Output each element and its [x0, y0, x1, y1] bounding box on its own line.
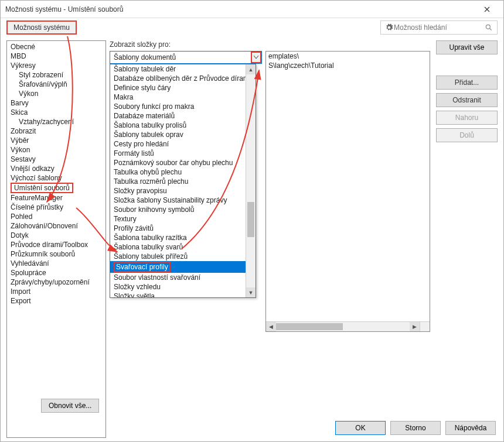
sidebar-item[interactable]: Výkon [7, 89, 105, 98]
dropdown-item[interactable]: Definice stylu čáry [110, 83, 256, 92]
sidebar-item[interactable]: Výběr [7, 136, 105, 145]
window-title: Možnosti systému - Umístění souborů [5, 5, 475, 13]
dropdown-scrollbar[interactable]: ▲ ▼ [246, 64, 256, 297]
edit-all-button[interactable]: Upravit vše [436, 40, 498, 54]
sidebar-item[interactable]: Vztahy/zachycení [7, 117, 105, 126]
sidebar-item[interactable]: Vyhledávání [7, 259, 105, 268]
sidebar-item[interactable]: Dotyk [7, 231, 105, 240]
sidebar-item[interactable]: Umístění souborů [11, 183, 73, 193]
sidebar-item[interactable]: Šrafování/výplň [7, 80, 105, 89]
search-icon [484, 23, 493, 32]
sidebar-item[interactable]: Skica [7, 108, 105, 117]
sidebar-item[interactable]: Zobrazit [7, 126, 105, 136]
svg-point-0 [486, 25, 490, 29]
dropdown-item[interactable]: Složky světla [110, 292, 256, 298]
options-dialog: Možnosti systému - Umístění souborů Možn… [0, 0, 504, 442]
scroll-corner [420, 321, 430, 331]
scroll-thumb[interactable] [247, 202, 254, 237]
scroll-down-icon[interactable]: ▼ [246, 287, 256, 297]
search-input[interactable] [394, 23, 484, 32]
dropdown-item[interactable]: Svařovací profily [110, 261, 256, 273]
scroll-right-icon[interactable]: ▶ [410, 322, 420, 331]
dropdown-item[interactable]: Tabulka rozměrů plechu [110, 177, 256, 186]
chevron-down-icon[interactable] [251, 52, 261, 63]
dropdown-item[interactable]: Šablony tabulek přířezů [110, 252, 256, 261]
path-line[interactable]: emplates\ [266, 52, 430, 61]
action-button-column: Přidat... Odstranit Nahoru Dolů [436, 76, 498, 142]
sidebar-item[interactable]: Vnější odkazy [7, 164, 105, 173]
horizontal-scrollbar[interactable]: ◀ ▶ [266, 321, 420, 331]
dropdown-item[interactable]: Šablona tabulky prolisů [110, 121, 256, 130]
sidebar-item[interactable]: Obecné [7, 42, 105, 52]
dropdown-item[interactable]: Poznámkový soubor čar ohybu plechu [110, 158, 256, 167]
combo-value: Šablony dokumentů [110, 53, 251, 61]
dropdown-item[interactable]: Makra [110, 92, 256, 102]
gear-icon [384, 23, 394, 32]
ok-button[interactable]: OK [335, 421, 386, 435]
dropdown-item[interactable]: Textury [110, 214, 256, 224]
dropdown-item[interactable]: Šablony tabulek oprav [110, 130, 256, 139]
dropdown-item[interactable]: Tabulka ohybů plechu [110, 167, 256, 177]
sidebar-item[interactable]: Zálohování/Obnovení [7, 221, 105, 231]
sidebar-item[interactable]: Styl zobrazení [7, 70, 105, 80]
tab-system-options[interactable]: Možnosti systému [6, 20, 77, 35]
add-button[interactable]: Přidat... [436, 76, 498, 90]
folders-listbox[interactable]: emplates\ S\lang\czech\Tutorial ◀ ▶ [265, 51, 430, 332]
dropdown-item[interactable]: Profily závitů [110, 224, 256, 233]
sidebar-item[interactable]: Průvodce dírami/Toolbox [7, 240, 105, 249]
restore-area: Obnovit vše... [41, 399, 99, 413]
scroll-thumb-h[interactable] [276, 323, 343, 330]
sidebar-item[interactable]: FeatureManager [7, 193, 105, 203]
search-box[interactable] [380, 20, 498, 35]
dropdown-item[interactable]: Soubory funkcí pro makra [110, 102, 256, 111]
dropdown-item[interactable]: Šablona tabulky svarů [110, 242, 256, 252]
cancel-button[interactable]: Storno [390, 421, 441, 435]
category-sidebar[interactable]: ObecnéMBDVýkresyStyl zobrazeníŠrafování/… [6, 40, 106, 438]
sidebar-item[interactable]: Výkresy [7, 61, 105, 70]
dropdown-item[interactable]: Šablony tabulek děr [110, 64, 256, 74]
sidebar-item[interactable]: Průzkumník souborů [7, 249, 105, 259]
sidebar-item[interactable]: Sestavy [7, 155, 105, 164]
sidebar-item[interactable]: Pohled [7, 212, 105, 221]
sidebar-item[interactable]: MBD [7, 52, 105, 61]
scroll-track[interactable] [246, 74, 256, 287]
sidebar-item[interactable]: Import [7, 287, 105, 296]
sidebar-item[interactable]: Výkon [7, 145, 105, 155]
dropdown-item[interactable]: Databáze materiálů [110, 111, 256, 121]
dropdown-list[interactable]: Šablony tabulek děrDatabáze oblíbených d… [110, 64, 256, 298]
move-down-button[interactable]: Dolů [436, 128, 498, 142]
dropdown-item[interactable]: Šablona tabulky razítka [110, 233, 256, 242]
sidebar-item[interactable]: Zprávy/chyby/upozornění [7, 277, 105, 287]
dropdown-item[interactable]: Soubor knihovny symbolů [110, 205, 256, 214]
sidebar-item[interactable]: Spolupráce [7, 268, 105, 277]
body-area: ObecnéMBDVýkresyStyl zobrazeníŠrafování/… [1, 37, 503, 441]
scroll-up-icon[interactable]: ▲ [246, 64, 256, 74]
restore-all-button[interactable]: Obnovit vše... [41, 399, 99, 413]
scroll-left-icon[interactable]: ◀ [266, 322, 276, 331]
dropdown-item[interactable]: Cesty pro hledání [110, 139, 256, 149]
close-button[interactable] [475, 1, 499, 18]
scroll-track-h[interactable] [276, 322, 410, 331]
dropdown-item[interactable]: Složky vzhledu [110, 282, 256, 292]
move-up-button[interactable]: Nahoru [436, 111, 498, 125]
close-icon [484, 6, 490, 12]
titlebar: Možnosti systému - Umístění souborů [1, 1, 503, 18]
delete-button[interactable]: Odstranit [436, 93, 498, 107]
dropdown-item[interactable]: Soubor vlastností svařování [110, 273, 256, 282]
dropdown-item[interactable]: Formáty listů [110, 149, 256, 158]
sidebar-item[interactable]: Číselné přírůstky [7, 203, 105, 212]
sidebar-item[interactable]: Výchozí šablony [7, 173, 105, 183]
dialog-button-row: OK Storno Nápověda [335, 421, 496, 435]
help-button[interactable]: Nápověda [445, 421, 496, 435]
toolbar: Možnosti systému [1, 18, 503, 37]
dropdown-item[interactable]: Složka šablony Sustainability zprávy [110, 196, 256, 205]
main-panel: Zobrazit složky pro: Šablony dokumentů Š… [110, 40, 498, 438]
sidebar-item[interactable]: Barvy [7, 98, 105, 108]
folder-type-combo[interactable]: Šablony dokumentů Šablony tabulek děrDat… [110, 51, 262, 64]
sidebar-item[interactable]: Export [7, 296, 105, 306]
dropdown-item[interactable]: Databáze oblíbených děr z Průvodce díram… [110, 74, 256, 83]
path-line[interactable]: S\lang\czech\Tutorial [266, 61, 430, 70]
dropdown-item[interactable]: Složky pravopisu [110, 186, 256, 196]
